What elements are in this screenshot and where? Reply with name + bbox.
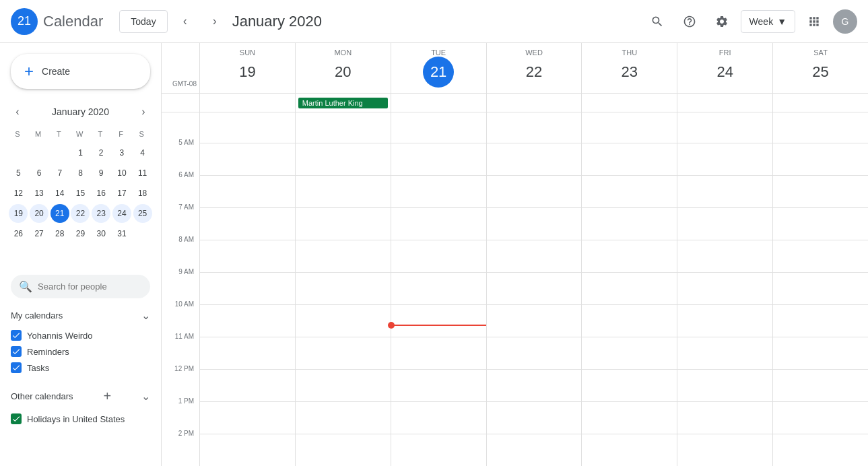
time-cell[interactable] <box>295 369 391 401</box>
my-calendar-item[interactable]: Yohannis Weirdo <box>0 327 161 343</box>
mini-cal-day[interactable]: 28 <box>51 224 69 243</box>
time-cell[interactable] <box>486 112 582 143</box>
mini-cal-day[interactable]: 20 <box>30 204 48 223</box>
time-cell[interactable] <box>581 175 677 207</box>
mini-cal-day[interactable]: 8 <box>71 164 90 182</box>
time-cell[interactable] <box>772 207 868 240</box>
time-cell[interactable] <box>199 175 295 207</box>
search-button[interactable] <box>644 8 671 35</box>
other-calendars-header[interactable]: Other calendars + ⌄ <box>0 381 161 411</box>
time-cell[interactable] <box>199 337 295 369</box>
settings-button[interactable] <box>708 8 735 35</box>
create-button[interactable]: + Create <box>11 54 150 89</box>
time-cell[interactable] <box>391 207 486 240</box>
time-cell[interactable] <box>581 207 677 240</box>
calendar-checkbox[interactable] <box>11 362 22 373</box>
time-cell[interactable] <box>677 207 772 240</box>
mini-cal-day[interactable]: 26 <box>9 224 28 243</box>
time-cell[interactable] <box>199 304 295 337</box>
time-cell[interactable] <box>581 304 677 337</box>
mini-cal-day[interactable]: 4 <box>133 143 152 162</box>
mini-cal-day[interactable]: 7 <box>51 164 69 182</box>
time-cell[interactable] <box>772 143 868 175</box>
time-cell[interactable] <box>391 143 486 175</box>
today-button[interactable]: Today <box>119 10 167 33</box>
mini-cal-day[interactable]: 22 <box>71 204 90 223</box>
time-cell[interactable] <box>295 434 391 466</box>
time-cell[interactable] <box>486 401 582 434</box>
time-cell[interactable] <box>677 112 772 143</box>
next-nav-button[interactable]: › <box>203 9 227 34</box>
my-calendar-item[interactable]: Reminders <box>0 343 161 360</box>
mini-cal-next[interactable]: › <box>134 102 153 121</box>
time-cell[interactable] <box>486 369 582 401</box>
time-cell[interactable] <box>772 401 868 434</box>
time-cell[interactable] <box>391 240 486 272</box>
apps-button[interactable] <box>801 8 828 35</box>
time-cell[interactable] <box>391 434 486 466</box>
mini-cal-day[interactable]: 3 <box>112 143 131 162</box>
time-cell[interactable] <box>486 240 582 272</box>
time-cell[interactable] <box>199 207 295 240</box>
mini-cal-day[interactable]: 9 <box>92 164 110 182</box>
time-cell[interactable] <box>486 272 582 304</box>
avatar[interactable]: G <box>833 9 857 34</box>
mini-cal-day[interactable]: 13 <box>30 184 48 203</box>
time-cell[interactable] <box>486 175 582 207</box>
time-cell[interactable] <box>581 272 677 304</box>
mini-cal-day[interactable]: 18 <box>133 184 152 203</box>
time-cell[interactable] <box>486 207 582 240</box>
time-cell[interactable] <box>581 112 677 143</box>
time-cell[interactable] <box>391 272 486 304</box>
time-cell[interactable] <box>199 143 295 175</box>
other-calendar-item[interactable]: Holidays in United States <box>0 411 161 427</box>
time-cell[interactable] <box>295 112 391 143</box>
time-cell[interactable] <box>199 369 295 401</box>
my-calendars-header[interactable]: My calendars ⌄ <box>0 304 161 327</box>
time-grid-scroll[interactable]: 1 AM2 AM3 AM4 AM5 AM6 AM7 AM8 AM9 AM10 A… <box>162 112 868 466</box>
calendar-checkbox[interactable] <box>11 346 22 357</box>
time-cell[interactable] <box>486 143 582 175</box>
mini-cal-day[interactable]: 10 <box>112 164 131 182</box>
time-cell[interactable] <box>391 112 486 143</box>
mini-cal-day[interactable]: 6 <box>30 164 48 182</box>
mini-cal-day[interactable]: 16 <box>92 184 110 203</box>
time-cell[interactable] <box>581 240 677 272</box>
search-input[interactable] <box>38 281 142 292</box>
time-cell[interactable] <box>581 143 677 175</box>
time-cell[interactable] <box>391 337 486 369</box>
mini-cal-day[interactable]: 23 <box>92 204 110 223</box>
time-cell[interactable] <box>391 369 486 401</box>
time-cell[interactable] <box>295 272 391 304</box>
mini-cal-day[interactable]: 5 <box>9 164 28 182</box>
time-cell[interactable] <box>772 434 868 466</box>
time-cell[interactable] <box>677 369 772 401</box>
time-cell[interactable] <box>677 143 772 175</box>
mini-cal-day[interactable]: 14 <box>51 184 69 203</box>
time-cell[interactable] <box>772 337 868 369</box>
add-other-calendar-button[interactable]: + <box>98 387 116 405</box>
mini-cal-day[interactable]: 21 <box>51 204 69 223</box>
time-cell[interactable] <box>581 434 677 466</box>
time-cell[interactable] <box>772 369 868 401</box>
time-cell[interactable] <box>199 272 295 304</box>
mini-cal-day[interactable]: 25 <box>133 204 152 223</box>
week-selector[interactable]: Week ▼ <box>741 10 795 33</box>
time-cell[interactable] <box>677 434 772 466</box>
holiday-chip[interactable]: Martin Luther King <box>298 98 388 108</box>
prev-nav-button[interactable]: ‹ <box>173 9 197 34</box>
time-cell[interactable] <box>486 337 582 369</box>
time-cell[interactable] <box>581 369 677 401</box>
time-cell[interactable] <box>581 401 677 434</box>
time-cell[interactable] <box>772 240 868 272</box>
calendar-checkbox[interactable] <box>11 413 22 424</box>
time-cell[interactable] <box>581 337 677 369</box>
mini-cal-day[interactable]: 24 <box>112 204 131 223</box>
time-cell[interactable] <box>772 272 868 304</box>
mini-cal-day[interactable]: 2 <box>92 143 110 162</box>
mini-cal-day[interactable]: 12 <box>9 184 28 203</box>
calendar-checkbox[interactable] <box>11 330 22 341</box>
time-cell[interactable] <box>677 401 772 434</box>
time-cell[interactable] <box>199 434 295 466</box>
time-cell[interactable] <box>295 240 391 272</box>
